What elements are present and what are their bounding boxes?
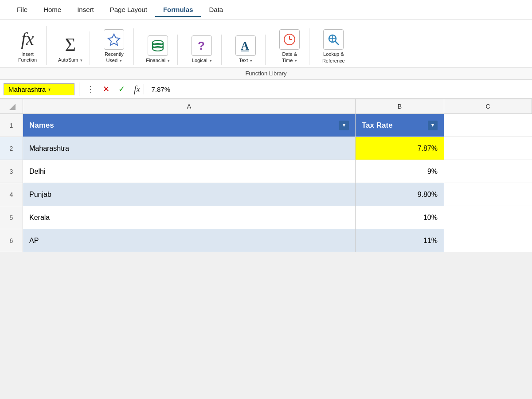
cell-6b-value: 11% [423, 237, 438, 245]
cell-4a-value: Punjab [29, 191, 51, 199]
datetime-group: Date &Time ▾ [270, 28, 309, 65]
menu-page-layout[interactable]: Page Layout [102, 2, 155, 17]
financial-button[interactable]: Financial ▾ [144, 35, 172, 65]
table-row: 3 Delhi 9% [0, 160, 532, 183]
col-header-a: A [23, 99, 356, 113]
svg-point-3 [153, 47, 163, 51]
formula-confirm-button[interactable]: ✓ [115, 84, 129, 94]
row-num-1: 1 [0, 114, 23, 137]
row-num-4: 4 [0, 183, 23, 206]
lookup-icon [323, 29, 344, 50]
menu-insert[interactable]: Insert [69, 2, 102, 17]
text-label: Text ▾ [239, 57, 252, 64]
insert-function-button[interactable]: fx InsertFunction [14, 26, 41, 65]
formula-input[interactable] [148, 84, 528, 95]
table-row: 2 Maharashtra 7.87% [0, 137, 532, 160]
lookup-label: Lookup &Reference [322, 51, 345, 64]
name-box-dropdown[interactable]: ▾ [48, 87, 51, 92]
menu-file[interactable]: File [9, 2, 35, 17]
menu-formulas[interactable]: Formulas [155, 2, 201, 17]
cell-2b-value: 7.87% [418, 145, 438, 153]
formula-bar-dots[interactable]: ⋮ [84, 84, 98, 94]
menu-bar: File Home Insert Page Layout Formulas Da… [0, 0, 532, 20]
filter-btn-names[interactable]: ▾ [339, 121, 349, 130]
recently-used-icon [104, 29, 124, 50]
logical-button[interactable]: ? Logical ▾ [188, 35, 216, 65]
cell-1b-value: Tax Rate [362, 121, 393, 130]
recently-used-group: RecentlyUsed ▾ [94, 28, 134, 65]
name-box-value: Maharashtra [8, 86, 46, 93]
logical-group: ? Logical ▾ [182, 35, 222, 65]
logical-label: Logical ▾ [192, 57, 212, 64]
text-button[interactable]: A Text ▾ [231, 35, 260, 65]
cell-4b-value: 9.80% [418, 191, 438, 199]
autosum-group: Σ AutoSum ▾ [51, 31, 90, 65]
lookup-button[interactable]: Lookup &Reference [319, 28, 348, 65]
table-row: 1 Names ▾ Tax Rate ▾ [0, 114, 532, 137]
datetime-label: Date &Time ▾ [282, 51, 297, 64]
svg-line-13 [335, 41, 339, 45]
menu-home[interactable]: Home [35, 2, 69, 17]
insert-function-label: InsertFunction [18, 51, 37, 63]
filter-btn-taxrate[interactable]: ▾ [428, 121, 438, 130]
table-row: 6 AP 11% [0, 229, 532, 252]
formula-fx-label: fx [130, 84, 144, 94]
sigma-icon: Σ [59, 33, 82, 56]
formula-bar-divider [79, 82, 79, 96]
recently-used-label: RecentlyUsed ▾ [105, 51, 124, 64]
cell-6a-value: AP [29, 237, 39, 245]
formula-bar: Maharashtra ▾ ⋮ ✕ ✓ fx [0, 80, 532, 99]
cell-5c [444, 206, 532, 229]
datetime-button[interactable]: Date &Time ▾ [275, 28, 304, 65]
table-row: 5 Kerala 10% [0, 206, 532, 229]
cell-6c [444, 229, 532, 252]
cell-5b-value: 10% [423, 214, 438, 222]
row-num-6: 6 [0, 229, 23, 252]
cell-3c [444, 160, 532, 183]
cell-1c [444, 114, 532, 137]
cell-3b[interactable]: 9% [356, 160, 444, 183]
table-row: 4 Punjab 9.80% [0, 183, 532, 206]
financial-label: Financial ▾ [146, 57, 170, 64]
text-icon: A [235, 35, 256, 56]
datetime-icon [279, 29, 300, 50]
row-num-3: 3 [0, 160, 23, 183]
autosum-button[interactable]: Σ AutoSum ▾ [56, 31, 84, 65]
col-header-b: B [356, 99, 444, 113]
cell-6a[interactable]: AP [23, 229, 356, 252]
logical-icon: ? [192, 35, 212, 56]
insert-function-group: fx InsertFunction [9, 26, 47, 65]
cell-2c [444, 137, 532, 160]
function-library-label: Function Library [0, 68, 532, 80]
autosum-label: AutoSum ▾ [58, 57, 82, 63]
recently-used-button[interactable]: RecentlyUsed ▾ [100, 28, 128, 65]
name-box[interactable]: Maharashtra ▾ [4, 83, 74, 95]
formula-cancel-button[interactable]: ✕ [99, 84, 113, 94]
lookup-group: Lookup &Reference [314, 28, 353, 65]
ribbon: fx InsertFunction Σ AutoSum ▾ RecentlyUs… [0, 20, 532, 68]
cell-1a[interactable]: Names ▾ [23, 114, 356, 137]
svg-text:?: ? [198, 39, 205, 52]
row-num-5: 5 [0, 206, 23, 229]
text-group: A Text ▾ [226, 35, 266, 65]
column-header-row: A B C [0, 99, 532, 114]
cell-5b[interactable]: 10% [356, 206, 444, 229]
select-all-triangle [9, 104, 16, 110]
cell-3b-value: 9% [427, 168, 438, 176]
cell-5a[interactable]: Kerala [23, 206, 356, 229]
menu-data[interactable]: Data [201, 2, 231, 17]
svg-text:A: A [241, 39, 249, 52]
row-num-2: 2 [0, 137, 23, 160]
spreadsheet: A B C 1 Names ▾ Tax Rate ▾ 2 Maharashtra… [0, 99, 532, 252]
svg-marker-0 [108, 34, 120, 45]
cell-4b[interactable]: 9.80% [356, 183, 444, 206]
cell-4a[interactable]: Punjab [23, 183, 356, 206]
cell-2b[interactable]: 7.87% [356, 137, 444, 160]
cell-2a-value: Maharashtra [29, 145, 69, 153]
cell-6b[interactable]: 11% [356, 229, 444, 252]
corner-cell[interactable] [0, 99, 23, 113]
cell-1b[interactable]: Tax Rate ▾ [356, 114, 444, 137]
cell-3a[interactable]: Delhi [23, 160, 356, 183]
cell-2a[interactable]: Maharashtra [23, 137, 356, 160]
col-header-c: C [444, 99, 532, 113]
